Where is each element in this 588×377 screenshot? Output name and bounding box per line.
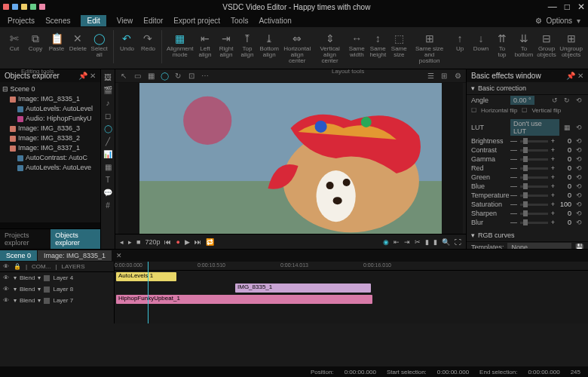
timeline-clip[interactable]: IMG_8335_1 [235, 284, 371, 293]
ribbon-top-align[interactable]: ⤒Topalign [237, 30, 257, 60]
layer-row[interactable]: 👁▾Blend▾Layer 8 [0, 284, 114, 295]
slider-saturation[interactable]: Saturation—+100⟲ [467, 200, 588, 209]
tb-grid-icon[interactable]: ▦ [145, 71, 156, 81]
ribbon-horizontal-align-center[interactable]: ⇔Horizontalalign center [281, 30, 312, 66]
tab-projects-explorer[interactable]: Projects explorer [0, 229, 51, 249]
tb-more-icon[interactable]: ⋯ [200, 71, 210, 81]
slider-gamma[interactable]: Gamma—+0⟲ [467, 155, 588, 164]
angle-value[interactable]: 0.00 ° [510, 96, 534, 105]
menu-export[interactable]: Export project [173, 17, 220, 25]
ribbon-bottom-align[interactable]: ⤓Bottomalign [259, 30, 280, 60]
tb-layers-icon[interactable]: ☰ [425, 71, 436, 81]
reset-icon[interactable]: ⟲ [574, 173, 583, 181]
record-icon[interactable]: ● [176, 238, 179, 246]
next-frame-icon[interactable]: ▸ [128, 238, 132, 246]
marker-b-icon[interactable]: ▮ [433, 238, 437, 246]
tree-node[interactable]: Audio: HiphopFunkyU [2, 114, 98, 124]
lut-browse-icon[interactable]: ▦ [562, 124, 571, 131]
menu-activation[interactable]: Activation [259, 17, 291, 25]
tb-fit-icon[interactable]: ⊞ [439, 71, 449, 81]
split-icon[interactable]: ✂ [415, 238, 421, 246]
reset-icon[interactable]: ⟲ [574, 192, 583, 199]
menu-edit[interactable]: Edit [81, 15, 106, 26]
marker-icon[interactable]: ◉ [383, 238, 389, 246]
cut-end-icon[interactable]: ⇥ [404, 238, 410, 246]
tool-video-icon[interactable]: 🎬 [103, 84, 113, 95]
ribbon-left-align[interactable]: ⇤Leftalign [195, 30, 215, 60]
menu-projects[interactable]: Projects [8, 17, 35, 25]
reset-icon[interactable]: ⟲ [574, 182, 583, 190]
ribbon-select-all[interactable]: ◯Selectall [90, 30, 109, 60]
ribbon-group-objects[interactable]: ⊟Groupobjects [536, 30, 557, 60]
lut-select[interactable]: Don't use LUT [510, 119, 559, 136]
tree-node[interactable]: Image: IMG_8337_1 [2, 143, 98, 153]
tb-circle-icon[interactable]: ◯ [159, 71, 170, 81]
reset-icon[interactable]: ⟲ [574, 124, 583, 131]
slider-brightness[interactable]: Brightness—+0⟲ [467, 136, 588, 146]
tool-audio-icon[interactable]: ♪ [103, 97, 113, 108]
eye-header-icon[interactable]: 👁 [3, 263, 9, 270]
menu-tools[interactable]: Tools [231, 17, 248, 25]
tb-cursor-icon[interactable]: ↖ [118, 71, 129, 81]
tool-image-icon[interactable]: 🖼 [103, 72, 113, 82]
tree-node[interactable]: AutoLevels: AutoLevel [2, 104, 98, 114]
ribbon-paste[interactable]: 📋Paste [47, 30, 66, 54]
tool-sprite-icon[interactable]: ▦ [103, 161, 113, 172]
timeline-tab-image[interactable]: Image: IMG_8335_1 [38, 250, 112, 261]
gear-icon[interactable]: ⚙ [535, 17, 542, 25]
close-icon[interactable]: ✕ [577, 2, 585, 12]
timeline-clip[interactable]: AutoLevels 1 [116, 272, 176, 281]
playhead[interactable] [148, 262, 149, 323]
tb-gear-icon[interactable]: ⚙ [452, 71, 463, 81]
slider-blur[interactable]: Blur—+0⟲ [467, 218, 588, 227]
ribbon-same-size-and-position[interactable]: ⊞Same size andposition [410, 30, 449, 66]
ribbon-to-top[interactable]: ⇈Totop [492, 30, 512, 60]
tool-line-icon[interactable]: ╱ [103, 136, 113, 146]
minimize-icon[interactable]: — [548, 2, 557, 12]
tb-redo-icon[interactable]: ↻ [173, 71, 183, 81]
ribbon-same-height[interactable]: ↕Sameheight [368, 30, 387, 60]
play-icon[interactable]: ▶ [185, 238, 190, 246]
reset-icon[interactable]: ⟲ [574, 201, 583, 208]
layer-row[interactable]: 👁▾Blend▾Layer 7 [0, 295, 114, 306]
tool-chart-icon[interactable]: 📊 [103, 149, 113, 159]
ribbon-down[interactable]: ↓Down [471, 30, 491, 54]
ribbon-right-align[interactable]: ⇥Rightalign [216, 30, 236, 60]
slider-blue[interactable]: Blue—+0⟲ [467, 182, 588, 191]
ribbon-copy[interactable]: ⧉Copy [26, 30, 45, 54]
cut-start-icon[interactable]: ⇤ [394, 238, 400, 246]
loop-icon[interactable]: 🔁 [206, 238, 214, 246]
tree-node[interactable]: AutoContrast: AutoC [2, 153, 98, 163]
layer-row[interactable]: 👁▾Blend▾Layer 4 [0, 272, 114, 284]
menu-editor[interactable]: Editor [143, 17, 163, 25]
slider-red[interactable]: Red—+0⟲ [467, 164, 588, 173]
tree-node[interactable]: Image: IMG_8335_1 [2, 94, 98, 104]
timeline-clip[interactable]: HiphopFunkyUpbeat_1 [116, 295, 372, 304]
timeline-tracks[interactable]: 0:00:00.0000:00:10.5100:00:14.0130:00:16… [115, 262, 588, 323]
tab-objects-explorer[interactable]: Objects explorer [51, 229, 100, 249]
tool-tooltip-icon[interactable]: 💬 [103, 187, 113, 198]
slider-temperature[interactable]: Temperature—+0⟲ [467, 191, 588, 200]
tree-node[interactable]: AutoLevels: AutoLeve [2, 163, 98, 173]
ribbon-redo[interactable]: ↷Redo [138, 30, 158, 54]
reset-icon[interactable]: ⟲ [574, 137, 583, 145]
tab-close-icon[interactable]: ✕ [116, 252, 122, 259]
tool-shape-icon[interactable]: ◻ [103, 110, 113, 121]
prev-frame-icon[interactable]: ◂ [120, 238, 124, 246]
ribbon-cut[interactable]: ✄Cut [5, 30, 24, 54]
ribbon-delete[interactable]: ✕Delete [68, 30, 88, 54]
resolution-label[interactable]: 720p [145, 238, 160, 246]
reset-icon[interactable]: ⟲ [574, 219, 583, 226]
ribbon-ungroup-objects[interactable]: ⊞Ungroupobjects [559, 30, 583, 60]
chevron-down-icon[interactable]: ▾ [577, 17, 580, 25]
tree-node[interactable]: Image: IMG_8338_2 [2, 133, 98, 143]
panel-pin-icon[interactable]: 📌 ✕ [78, 72, 96, 80]
ribbon-to-bottom[interactable]: ⇊Tobottom [513, 30, 534, 60]
objects-tree[interactable]: ⊟ Scene 0Image: IMG_8335_1AutoLevels: Au… [0, 82, 100, 222]
slider-sharpen[interactable]: Sharpen—+0⟲ [467, 209, 588, 218]
templates-select[interactable]: None [507, 243, 571, 249]
menu-scenes[interactable]: Scenes [45, 17, 70, 25]
lock-header-icon[interactable]: 🔒 [14, 263, 21, 270]
timeline-tab-scene[interactable]: Scene 0 [0, 250, 37, 261]
maximize-icon[interactable]: □ [565, 2, 570, 12]
